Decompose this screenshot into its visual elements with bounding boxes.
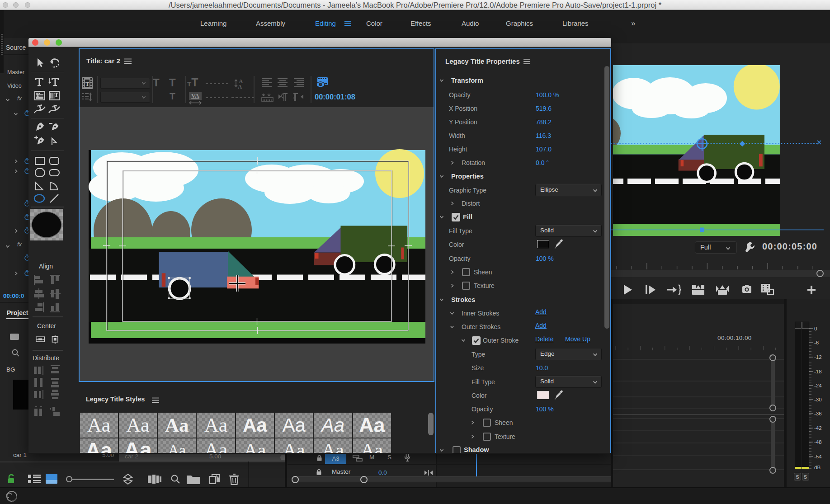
svg-text:A: A bbox=[238, 83, 242, 89]
svg-text:T: T bbox=[85, 80, 90, 87]
